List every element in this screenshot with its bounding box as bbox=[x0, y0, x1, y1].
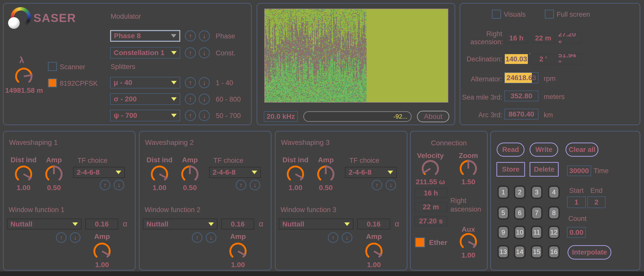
window-up-button[interactable]: ↑ bbox=[192, 232, 203, 243]
dist-ind-knob[interactable] bbox=[13, 164, 34, 185]
splitter3-down-button[interactable]: ↓ bbox=[199, 110, 210, 121]
splitter2-up-button[interactable]: ↑ bbox=[185, 94, 196, 105]
tf-down-button[interactable]: ↓ bbox=[114, 180, 124, 190]
splitter1-up-button[interactable]: ↑ bbox=[185, 77, 196, 88]
window-function-dropdown[interactable]: Nuttall bbox=[279, 219, 353, 229]
ra-seconds-field[interactable]: 27.20 s bbox=[558, 33, 582, 43]
alpha-field[interactable]: 0.16 bbox=[221, 219, 254, 229]
visuals-label: Visuals bbox=[504, 11, 526, 18]
amp-knob[interactable] bbox=[44, 164, 64, 185]
dist-ind-knob[interactable] bbox=[149, 164, 170, 185]
zoom-knob[interactable] bbox=[458, 158, 478, 179]
splitter2-dropdown[interactable]: σ - 200 bbox=[110, 93, 180, 105]
preset-button-10[interactable]: 10 bbox=[514, 226, 526, 239]
dist-ind-label: Dist ind bbox=[280, 156, 311, 164]
alternator-field[interactable]: 24618.63 bbox=[504, 72, 538, 83]
clear-all-button[interactable]: Clear all bbox=[566, 143, 598, 157]
preset-button-12[interactable]: 12 bbox=[548, 226, 560, 239]
constellation-dropdown[interactable]: Constellation 1 bbox=[110, 47, 180, 59]
tf-up-button[interactable]: ↑ bbox=[100, 180, 110, 190]
preset-button-8[interactable]: 8 bbox=[548, 206, 560, 220]
splitter1-dropdown[interactable]: μ - 40 bbox=[110, 77, 180, 88]
preset-button-14[interactable]: 14 bbox=[514, 245, 526, 259]
window-up-button[interactable]: ↑ bbox=[56, 232, 67, 243]
constellation-dropdown-value: Constellation 1 bbox=[114, 49, 165, 57]
ra-hours-field[interactable]: 16 h bbox=[504, 33, 528, 43]
amp-knob[interactable] bbox=[180, 164, 200, 185]
arc-field[interactable]: 8670.40 bbox=[504, 109, 538, 120]
declination-seconds-field[interactable]: 51.94 " bbox=[558, 54, 582, 64]
conn-ra-seconds-field[interactable]: 27.20 s bbox=[414, 216, 447, 226]
window-down-button[interactable]: ↓ bbox=[70, 232, 80, 243]
aux-knob[interactable] bbox=[458, 231, 478, 252]
preset-button-9[interactable]: 9 bbox=[497, 226, 509, 239]
constellation-up-button[interactable]: ↑ bbox=[185, 47, 196, 58]
preset-button-13[interactable]: 13 bbox=[497, 245, 509, 259]
tf-up-button[interactable]: ↑ bbox=[236, 180, 246, 190]
frequency-field[interactable]: 20.0 kHz bbox=[264, 111, 298, 122]
conn-ra-minutes-field[interactable]: 22 m bbox=[414, 202, 447, 212]
dist-ind-knob[interactable] bbox=[285, 164, 306, 185]
phase-dropdown[interactable]: Phase 8 bbox=[110, 30, 180, 42]
amp2-knob[interactable] bbox=[92, 241, 112, 262]
sea-mile-field[interactable]: 352.80 bbox=[504, 90, 538, 101]
time-field[interactable]: 30000 bbox=[567, 166, 591, 176]
interpolate-button[interactable]: Interpolate bbox=[568, 245, 611, 260]
tf-down-button[interactable]: ↓ bbox=[250, 180, 260, 190]
window-function-dropdown[interactable]: Nuttall bbox=[143, 219, 217, 229]
delete-button[interactable]: Delete bbox=[530, 162, 559, 177]
preset-button-7[interactable]: 7 bbox=[531, 206, 542, 220]
visuals-checkbox[interactable] bbox=[492, 10, 501, 19]
declination-degrees-field[interactable]: 140.03 bbox=[504, 54, 528, 64]
about-button[interactable]: About bbox=[417, 111, 449, 122]
count-field[interactable]: 0.00 bbox=[567, 227, 586, 238]
chevron-down-icon bbox=[171, 114, 177, 117]
preset-button-2[interactable]: 2 bbox=[514, 186, 526, 199]
phase-down-button[interactable]: ↓ bbox=[199, 30, 210, 41]
store-button[interactable]: Store bbox=[496, 162, 525, 177]
amp-knob[interactable] bbox=[316, 164, 336, 185]
ether-checkbox[interactable] bbox=[415, 237, 425, 247]
preset-button-3[interactable]: 3 bbox=[531, 186, 542, 199]
splitter2-down-button[interactable]: ↓ bbox=[199, 94, 210, 105]
preset-button-11[interactable]: 11 bbox=[531, 226, 542, 239]
window-function-dropdown[interactable]: Nuttall bbox=[7, 219, 82, 229]
start-field[interactable]: 1 bbox=[567, 196, 586, 208]
preset-button-6[interactable]: 6 bbox=[514, 206, 526, 220]
tf-down-button[interactable]: ↓ bbox=[386, 180, 396, 190]
tf-choice-dropdown[interactable]: 2-4-6-8 bbox=[209, 167, 261, 178]
window-down-button[interactable]: ↓ bbox=[206, 232, 216, 243]
declination-minutes-field[interactable]: 2 ' bbox=[531, 54, 555, 64]
preset-button-1[interactable]: 1 bbox=[497, 186, 509, 199]
ra-minutes-field[interactable]: 22 m bbox=[531, 33, 555, 43]
level-slider[interactable]: -92... bbox=[303, 111, 412, 122]
write-button[interactable]: Write bbox=[530, 143, 558, 157]
preset-button-4[interactable]: 4 bbox=[548, 186, 560, 199]
velocity-knob[interactable] bbox=[420, 158, 440, 179]
splitter3-up-button[interactable]: ↑ bbox=[185, 110, 196, 121]
splitter3-dropdown[interactable]: ψ - 700 bbox=[110, 110, 180, 121]
end-field[interactable]: 2 bbox=[587, 196, 606, 208]
constellation-down-button[interactable]: ↓ bbox=[199, 47, 210, 58]
window-up-button[interactable]: ↑ bbox=[328, 232, 338, 243]
cpfsk-checkbox[interactable] bbox=[48, 78, 57, 87]
phase-up-button[interactable]: ↑ bbox=[185, 30, 196, 41]
fullscreen-checkbox[interactable] bbox=[545, 10, 554, 19]
tf-up-button[interactable]: ↑ bbox=[372, 180, 382, 190]
window-down-button[interactable]: ↓ bbox=[342, 232, 352, 243]
splitter1-down-button[interactable]: ↓ bbox=[199, 77, 210, 88]
lambda-knob[interactable] bbox=[14, 66, 34, 87]
alpha-field[interactable]: 0.16 bbox=[85, 219, 118, 229]
conn-ra-hours-field[interactable]: 16 h bbox=[414, 188, 447, 198]
read-button[interactable]: Read bbox=[497, 143, 525, 157]
scanner-checkbox[interactable] bbox=[48, 62, 57, 71]
preset-button-15[interactable]: 15 bbox=[531, 245, 542, 259]
tf-choice-dropdown[interactable]: 2-4-6-8 bbox=[345, 167, 397, 178]
preset-button-5[interactable]: 5 bbox=[497, 206, 509, 220]
alpha-field[interactable]: 0.16 bbox=[357, 219, 390, 229]
amp2-knob[interactable] bbox=[228, 241, 248, 262]
tf-choice-dropdown[interactable]: 2-4-6-8 bbox=[73, 167, 125, 178]
chevron-down-icon bbox=[388, 171, 393, 174]
preset-button-16[interactable]: 16 bbox=[548, 245, 560, 259]
amp2-knob[interactable] bbox=[364, 241, 384, 262]
